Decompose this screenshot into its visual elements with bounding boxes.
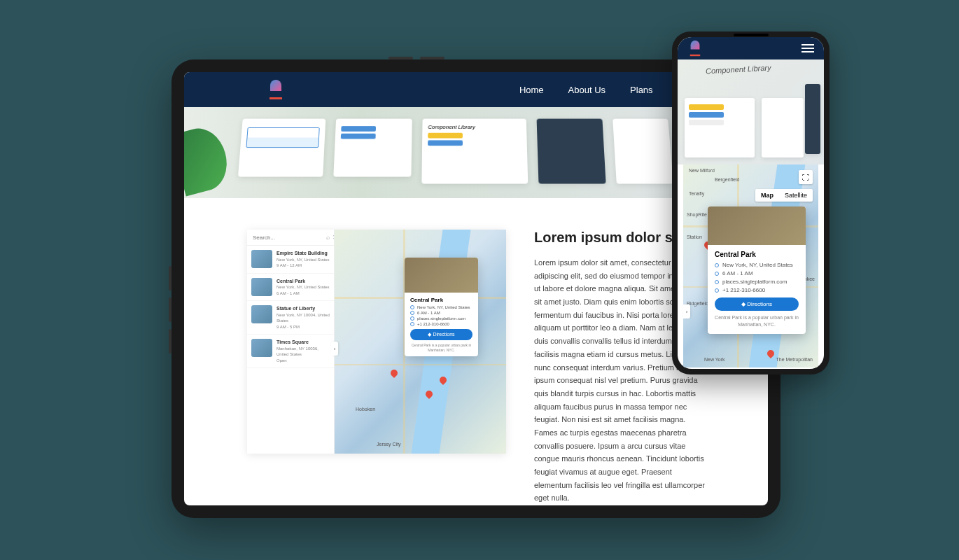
map-label: The Metropolitan bbox=[776, 357, 813, 362]
nav-home[interactable]: Home bbox=[519, 85, 544, 95]
popup-image bbox=[708, 206, 806, 245]
location-icon bbox=[410, 305, 414, 309]
location-thumb bbox=[251, 305, 272, 323]
nav-about[interactable]: About Us bbox=[568, 85, 606, 95]
popup-image bbox=[405, 258, 478, 293]
search-icon[interactable]: ⌕ bbox=[326, 234, 330, 241]
popup-website: places.singleplatform.com bbox=[417, 316, 465, 321]
map-label: Bergenfield bbox=[715, 177, 739, 182]
popup-website: places.singleplatform.com bbox=[722, 279, 787, 285]
phone-map-canvas[interactable]: ⛶ Map Satellite New Milford Bergenfield … bbox=[683, 164, 818, 368]
tablet-button bbox=[169, 329, 172, 354]
popup-phone: +1 212-310-6600 bbox=[722, 287, 765, 293]
map-pin[interactable] bbox=[440, 377, 447, 384]
map-pin[interactable] bbox=[426, 391, 433, 398]
nav-links: Home About Us Plans C bbox=[519, 85, 684, 95]
popup-hours: 6 AM - 1 AM bbox=[722, 270, 753, 276]
map-label: Station bbox=[687, 234, 702, 239]
phone-hero: Component Library bbox=[678, 59, 824, 164]
phone-screen: Component Library ⛶ Map Satellite New Mi… bbox=[678, 37, 824, 369]
clock-icon bbox=[410, 311, 414, 315]
popup-address: New York, NY, United States bbox=[722, 262, 793, 268]
popup-title: Central Park bbox=[410, 297, 472, 303]
clock-icon bbox=[715, 272, 719, 276]
map-label: New York bbox=[704, 357, 725, 362]
tablet-button bbox=[169, 298, 172, 322]
location-address: New York, NY, United States bbox=[276, 257, 330, 262]
tablet-button bbox=[420, 57, 444, 59]
location-address: New York, NY 10004, United States bbox=[276, 312, 330, 324]
location-item[interactable]: Times Square Manhattan, NY 10036, United… bbox=[247, 335, 334, 368]
location-title: Empire State Building bbox=[276, 250, 330, 257]
location-title: Central Park bbox=[276, 278, 330, 285]
location-popup: Central Park New York, NY, United States… bbox=[405, 258, 478, 356]
location-hours: 9 AM - 5 PM bbox=[276, 324, 330, 330]
hero-card bbox=[537, 119, 606, 184]
directions-button[interactable]: ◆ Directions bbox=[715, 298, 799, 311]
location-address: New York, NY, United States bbox=[276, 284, 330, 290]
popup-description: Central Park is a popular urban park in … bbox=[715, 314, 799, 328]
globe-icon bbox=[715, 280, 719, 284]
map-pin[interactable] bbox=[767, 350, 774, 357]
hero-card: Component Library bbox=[421, 119, 528, 184]
phone-location-popup: Central Park New York, NY, United States… bbox=[708, 206, 806, 334]
popup-hours: 6 AM - 1 AM bbox=[417, 311, 440, 315]
phone-nav bbox=[678, 37, 824, 59]
collapse-sidebar-icon[interactable]: ‹ bbox=[331, 342, 338, 356]
search-bar: ⌕ ✕ bbox=[247, 230, 334, 246]
phone-icon bbox=[410, 322, 414, 326]
phone-notch bbox=[734, 34, 769, 36]
locations-sidebar: ⌕ ✕ Empire State Building New York, NY, … bbox=[247, 230, 335, 454]
location-thumb bbox=[251, 250, 272, 268]
fullscreen-icon[interactable]: ⛶ bbox=[799, 170, 813, 184]
logo-icon[interactable] bbox=[268, 80, 284, 99]
location-hours: Open bbox=[276, 358, 330, 363]
tablet-button bbox=[169, 266, 172, 290]
location-title: Times Square bbox=[276, 339, 330, 346]
hero-title: Component Library bbox=[706, 64, 771, 76]
location-title: Statue of Liberty bbox=[276, 305, 330, 312]
phone-device: Component Library ⛶ Map Satellite New Mi… bbox=[672, 31, 830, 374]
map-canvas[interactable]: ‹ Hoboken Jersey City Central Park New Y… bbox=[335, 230, 506, 454]
map-label: Jersey City bbox=[377, 442, 401, 447]
hero-card bbox=[333, 119, 412, 177]
map-label: New Milford bbox=[689, 168, 715, 173]
location-item[interactable]: Empire State Building New York, NY, Unit… bbox=[247, 246, 334, 274]
location-icon bbox=[715, 263, 719, 267]
location-thumb bbox=[251, 339, 272, 357]
location-hours: 6 AM - 1 AM bbox=[276, 290, 330, 296]
popup-address: New York, NY, United States bbox=[417, 305, 470, 309]
map-type-tabs: Map Satellite bbox=[755, 189, 813, 202]
map-label: Tenafly bbox=[689, 191, 704, 196]
map-tab-satellite[interactable]: Satellite bbox=[779, 189, 813, 202]
map-label: Hoboken bbox=[356, 407, 375, 412]
search-input[interactable] bbox=[253, 234, 326, 241]
map-widget: ⌕ ✕ Empire State Building New York, NY, … bbox=[247, 230, 506, 454]
location-item[interactable]: Statue of Liberty New York, NY 10004, Un… bbox=[247, 301, 334, 335]
location-hours: 9 AM - 12 AM bbox=[276, 262, 330, 268]
map-pin[interactable] bbox=[391, 370, 398, 377]
popup-description: Central Park is a popular urban park in … bbox=[410, 343, 472, 352]
hero-card bbox=[612, 119, 673, 184]
location-thumb bbox=[251, 278, 272, 296]
expand-panel-icon[interactable]: › bbox=[683, 304, 690, 318]
hero-card bbox=[238, 119, 326, 177]
leaf-decoration bbox=[184, 122, 233, 196]
phone-icon bbox=[715, 288, 719, 293]
popup-title: Central Park bbox=[715, 251, 799, 258]
hamburger-icon[interactable] bbox=[802, 44, 814, 52]
directions-button[interactable]: ◆ Directions bbox=[410, 329, 472, 340]
location-address: Manhattan, NY 10036, United States bbox=[276, 346, 330, 358]
popup-phone: +1 212-310-6600 bbox=[417, 322, 449, 326]
globe-icon bbox=[410, 316, 414, 321]
map-tab-map[interactable]: Map bbox=[755, 189, 779, 202]
logo-icon[interactable] bbox=[689, 41, 701, 56]
tablet-button bbox=[388, 57, 413, 59]
location-item[interactable]: Central Park New York, NY, United States… bbox=[247, 274, 334, 302]
nav-plans[interactable]: Plans bbox=[630, 85, 653, 95]
